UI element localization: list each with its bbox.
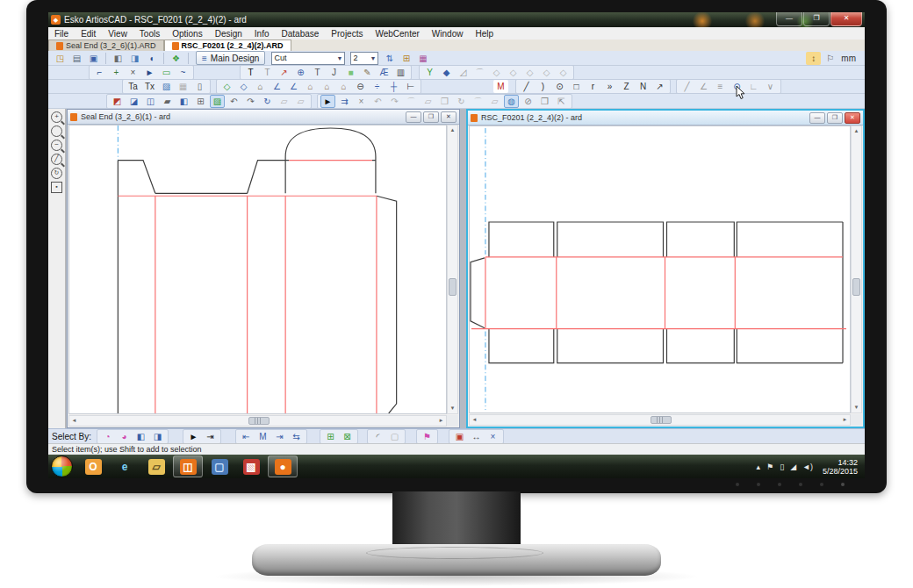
duplicate-icon[interactable]: ❐ [537,95,552,108]
paste-panel-icon[interactable]: ▱ [293,95,308,108]
artioscad-taskbar-icon[interactable]: ◫ [173,455,203,477]
slope-up-icon[interactable]: ∠ [270,80,284,93]
seal-end-canvas[interactable] [68,125,447,414]
snap-arc-icon[interactable]: ⌒ [472,66,487,79]
zoom-out-icon[interactable]: − [51,140,62,151]
menu-info[interactable]: Info [248,29,276,39]
scroll-down-icon[interactable]: ▼ [852,403,861,412]
horizontal-scrollbar[interactable]: ◄ ► [68,415,447,427]
menu-edit[interactable]: Edit [75,29,102,39]
menu-view[interactable]: View [102,29,133,39]
display-taskbar-icon[interactable]: ▢ [205,455,234,477]
menu-window[interactable]: Window [426,29,470,39]
menu-tools[interactable]: Tools [133,29,166,39]
menu-projects[interactable]: Projects [325,29,369,39]
polyline-edit-icon[interactable]: ~ [176,66,191,79]
counter-b-icon[interactable]: ⌂ [320,80,334,93]
group-icon[interactable]: ❐ [437,95,452,108]
select-by-zone-add-icon[interactable]: ◕ [117,430,132,443]
scrollbar-thumb[interactable] [449,278,456,296]
mark-line-icon[interactable]: ↗ [652,80,667,93]
contour-tool-icon[interactable]: ◇ [219,80,234,93]
text-tool-icon[interactable]: T [243,66,258,79]
snap-node-icon[interactable]: Y [422,66,437,79]
cross-section-icon[interactable]: ▦ [415,52,430,65]
offset-contour-icon[interactable]: ◇ [236,80,251,93]
construction-line-icon[interactable]: ╱ [679,80,694,93]
redo-icon[interactable]: ↷ [387,95,402,108]
construction-perp-icon[interactable]: ∟ [746,80,761,93]
snap-mid-icon[interactable]: ◇ [489,66,504,79]
doc-minimize-button[interactable]: — [406,111,421,123]
barcode-icon[interactable]: ▥ [393,66,408,79]
select-arrow-icon[interactable]: ► [186,430,201,443]
volume-icon[interactable]: ◄) [802,463,813,471]
snap-point-icon[interactable]: ◆ [439,66,454,79]
arc-sel-icon[interactable]: ⌒ [471,95,485,108]
draw-circle-icon[interactable]: ⊙ [552,80,567,93]
measure-icon[interactable]: ⊢ [403,80,418,93]
select-middle-icon[interactable]: M [255,430,270,443]
zoom-window-icon[interactable]: ╱ [51,154,62,165]
menu-design[interactable]: Design [209,29,248,39]
rotate-left-icon[interactable]: ↶ [226,95,241,108]
select-by-width-icon[interactable]: ↔ [469,430,484,443]
deselect-icon[interactable]: × [485,430,500,443]
menu-options[interactable]: Options [166,29,208,39]
curve-icon[interactable]: N [636,80,651,93]
select-tool-icon[interactable]: ► [320,95,335,108]
construction-angle-icon[interactable]: ∠ [696,80,711,93]
remove-node-icon[interactable]: ⊖ [353,80,368,93]
menu-database[interactable]: Database [276,29,326,39]
panel-half-icon[interactable]: ◧ [176,95,191,108]
sheet2-icon[interactable]: ▱ [487,95,502,108]
minimize-button[interactable]: — [776,12,802,26]
construction-bisect-icon[interactable]: ∨ [763,80,778,93]
move-bridge-icon[interactable]: ◫ [143,95,158,108]
snap-intersect-icon[interactable]: ◇ [539,66,554,79]
leader-arrow-icon[interactable]: ↗ [277,66,291,79]
select-by-part-add-icon[interactable]: ◨ [150,430,165,443]
scroll-left-icon[interactable]: ◄ [69,416,79,426]
slope-down-icon[interactable]: ∠ [286,80,301,93]
snap-grid-icon[interactable]: ◇ [522,66,537,79]
panel-fill-icon[interactable]: ▰ [160,95,175,108]
rsc-canvas[interactable] [469,125,851,413]
zoom-in-icon[interactable]: + [51,111,62,123]
hatch-panel-icon[interactable]: ▨ [210,95,225,108]
tab-seal-end[interactable]: Seal End (3_2_6)(1).ARD [48,39,164,51]
counter-c-icon[interactable]: ⌂ [336,80,351,93]
sheet-icon[interactable]: ▱ [421,95,435,108]
pan-icon[interactable]: ↻ [51,168,62,179]
save-icon[interactable]: ▣ [86,52,101,65]
corner-tool-icon[interactable]: ⌐ [92,66,107,79]
select-left-icon[interactable]: ⇤ [239,430,254,443]
snap-tangent-icon[interactable]: ◿ [456,66,471,79]
select-by-zone-icon[interactable]: ◔ [100,430,115,443]
table-grid-icon[interactable]: ⊞ [193,95,208,108]
doc-close-button[interactable]: ✕ [441,111,456,123]
autotext-icon[interactable]: Æ [377,66,392,79]
page-icon[interactable]: ▯ [192,80,207,93]
select-right-icon[interactable]: ⇥ [272,430,287,443]
scroll-up-icon[interactable]: ▲ [852,126,861,136]
vertical-scrollbar[interactable]: ▲ ▼ [851,125,862,413]
scroll-down-icon[interactable]: ▼ [448,404,457,413]
select-both-icon[interactable]: ⇆ [289,430,304,443]
draw-arc-icon[interactable]: ) [536,80,550,93]
arc-edit-icon[interactable]: ⌒ [404,95,419,108]
taskbar-clock[interactable]: 14:32 5/28/2015 [823,458,865,476]
doc-restore-button[interactable]: ❐ [423,111,439,123]
rotate-cw-icon[interactable]: ↻ [260,95,275,108]
maximize-button[interactable]: ❐ [803,12,830,26]
doc-minimize-button[interactable]: — [809,112,825,124]
rectangle-select-icon[interactable]: ▭ [159,66,174,79]
rotate-right-icon[interactable]: ↷ [243,95,258,108]
break-line-icon[interactable]: × [126,66,140,79]
extend-line-icon[interactable]: ► [142,66,157,79]
close-button[interactable]: ✕ [830,12,862,26]
scroll-right-icon[interactable]: ► [840,415,850,425]
copy-panel-icon[interactable]: ▱ [277,95,291,108]
explorer-taskbar-icon[interactable]: ▱ [141,455,171,477]
fillet-icon[interactable]: r [586,80,600,93]
